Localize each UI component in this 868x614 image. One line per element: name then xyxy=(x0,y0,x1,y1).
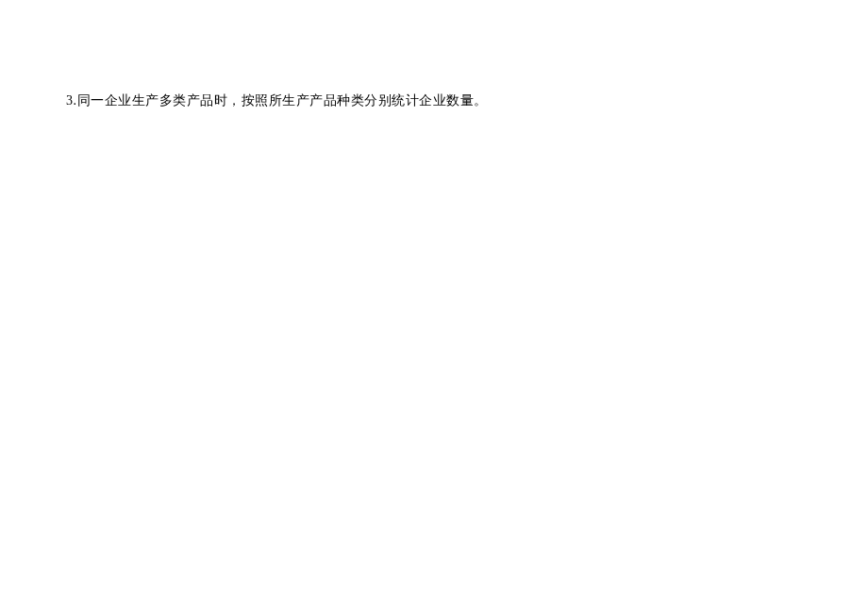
document-note-text: 3.同一企业生产多类产品时，按照所生产产品种类分别统计企业数量。 xyxy=(66,91,488,110)
